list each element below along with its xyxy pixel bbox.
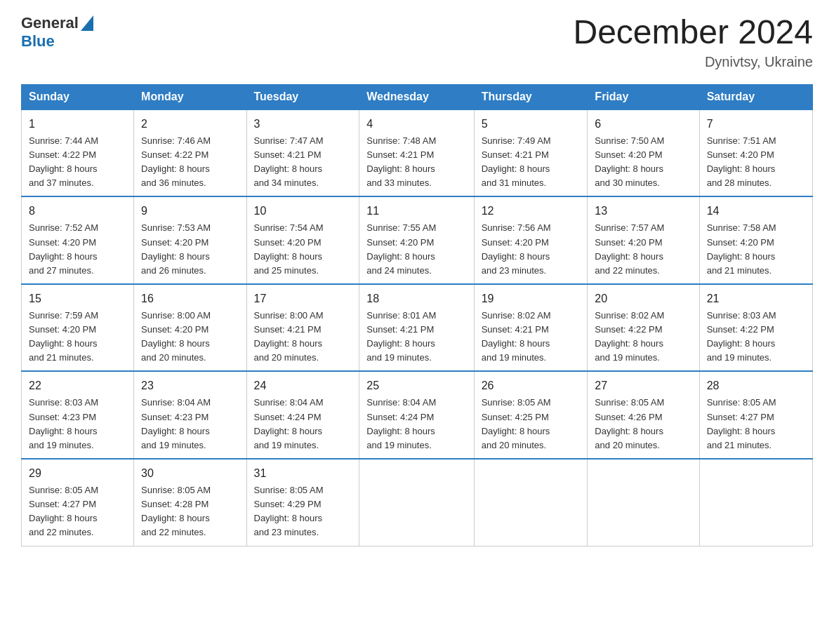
day-cell-23: 23Sunrise: 8:04 AMSunset: 4:23 PMDayligh… xyxy=(134,371,246,459)
week-row-4: 22Sunrise: 8:03 AMSunset: 4:23 PMDayligh… xyxy=(22,371,813,459)
day-number: 22 xyxy=(29,377,126,394)
day-number: 17 xyxy=(254,290,352,307)
weekday-header-row: SundayMondayTuesdayWednesdayThursdayFrid… xyxy=(22,84,813,109)
day-cell-22: 22Sunrise: 8:03 AMSunset: 4:23 PMDayligh… xyxy=(22,371,134,459)
day-cell-14: 14Sunrise: 7:58 AMSunset: 4:20 PMDayligh… xyxy=(699,196,812,284)
day-number: 30 xyxy=(141,465,239,482)
day-info: Sunrise: 7:46 AMSunset: 4:22 PMDaylight:… xyxy=(141,134,239,191)
day-info: Sunrise: 8:01 AMSunset: 4:21 PMDaylight:… xyxy=(366,309,466,365)
day-cell-11: 11Sunrise: 7:55 AMSunset: 4:20 PMDayligh… xyxy=(359,196,474,284)
day-cell-31: 31Sunrise: 8:05 AMSunset: 4:29 PMDayligh… xyxy=(246,459,359,546)
location-subtitle: Dynivtsy, Ukraine xyxy=(573,54,813,70)
day-info: Sunrise: 8:05 AMSunset: 4:29 PMDaylight:… xyxy=(254,483,352,540)
day-info: Sunrise: 8:05 AMSunset: 4:25 PMDaylight:… xyxy=(482,396,581,452)
day-cell-9: 9Sunrise: 7:53 AMSunset: 4:20 PMDaylight… xyxy=(134,196,246,284)
week-row-2: 8Sunrise: 7:52 AMSunset: 4:20 PMDaylight… xyxy=(22,196,813,284)
day-info: Sunrise: 7:56 AMSunset: 4:20 PMDaylight:… xyxy=(482,221,581,278)
title-section: December 2024 Dynivtsy, Ukraine xyxy=(573,14,813,70)
day-info: Sunrise: 7:44 AMSunset: 4:22 PMDaylight:… xyxy=(29,134,126,191)
day-number: 1 xyxy=(29,116,126,133)
week-row-1: 1Sunrise: 7:44 AMSunset: 4:22 PMDaylight… xyxy=(22,109,813,197)
logo-general-text: General xyxy=(21,14,79,32)
page-header: General Blue December 2024 Dynivtsy, Ukr… xyxy=(21,14,813,70)
day-number: 4 xyxy=(366,116,466,133)
day-info: Sunrise: 7:50 AMSunset: 4:20 PMDaylight:… xyxy=(595,134,691,191)
day-cell-24: 24Sunrise: 8:04 AMSunset: 4:24 PMDayligh… xyxy=(246,371,359,459)
day-cell-3: 3Sunrise: 7:47 AMSunset: 4:21 PMDaylight… xyxy=(246,109,359,197)
day-cell-26: 26Sunrise: 8:05 AMSunset: 4:25 PMDayligh… xyxy=(474,371,588,459)
day-cell-19: 19Sunrise: 8:02 AMSunset: 4:21 PMDayligh… xyxy=(474,284,588,372)
day-info: Sunrise: 7:52 AMSunset: 4:20 PMDaylight:… xyxy=(29,221,126,278)
day-cell-20: 20Sunrise: 8:02 AMSunset: 4:22 PMDayligh… xyxy=(588,284,699,372)
logo-blue-text: Blue xyxy=(21,32,93,51)
day-cell-6: 6Sunrise: 7:50 AMSunset: 4:20 PMDaylight… xyxy=(588,109,699,197)
weekday-header-sunday: Sunday xyxy=(22,84,134,109)
day-cell-17: 17Sunrise: 8:00 AMSunset: 4:21 PMDayligh… xyxy=(246,284,359,372)
day-number: 13 xyxy=(595,203,691,220)
day-number: 9 xyxy=(141,203,239,220)
day-info: Sunrise: 8:05 AMSunset: 4:27 PMDaylight:… xyxy=(707,396,805,452)
day-info: Sunrise: 8:02 AMSunset: 4:21 PMDaylight:… xyxy=(482,309,581,365)
day-info: Sunrise: 7:51 AMSunset: 4:20 PMDaylight:… xyxy=(707,134,805,191)
day-info: Sunrise: 8:03 AMSunset: 4:22 PMDaylight:… xyxy=(707,309,805,365)
day-number: 8 xyxy=(29,203,126,220)
day-number: 25 xyxy=(366,377,466,394)
day-info: Sunrise: 7:49 AMSunset: 4:21 PMDaylight:… xyxy=(482,134,581,191)
day-number: 16 xyxy=(141,290,239,307)
day-number: 23 xyxy=(141,377,239,394)
day-info: Sunrise: 7:54 AMSunset: 4:20 PMDaylight:… xyxy=(254,221,352,278)
day-number: 29 xyxy=(29,465,126,482)
day-number: 2 xyxy=(141,116,239,133)
day-number: 6 xyxy=(595,116,691,133)
weekday-header-monday: Monday xyxy=(134,84,246,109)
day-number: 21 xyxy=(707,290,805,307)
day-number: 20 xyxy=(595,290,691,307)
day-cell-13: 13Sunrise: 7:57 AMSunset: 4:20 PMDayligh… xyxy=(588,196,699,284)
day-cell-21: 21Sunrise: 8:03 AMSunset: 4:22 PMDayligh… xyxy=(699,284,812,372)
empty-cell xyxy=(359,459,474,546)
weekday-header-wednesday: Wednesday xyxy=(359,84,474,109)
day-cell-8: 8Sunrise: 7:52 AMSunset: 4:20 PMDaylight… xyxy=(22,196,134,284)
day-info: Sunrise: 7:55 AMSunset: 4:20 PMDaylight:… xyxy=(366,221,466,278)
day-cell-4: 4Sunrise: 7:48 AMSunset: 4:21 PMDaylight… xyxy=(359,109,474,197)
day-number: 19 xyxy=(482,290,581,307)
day-cell-12: 12Sunrise: 7:56 AMSunset: 4:20 PMDayligh… xyxy=(474,196,588,284)
day-info: Sunrise: 7:53 AMSunset: 4:20 PMDaylight:… xyxy=(141,221,239,278)
calendar-table: SundayMondayTuesdayWednesdayThursdayFrid… xyxy=(21,84,813,546)
day-info: Sunrise: 8:02 AMSunset: 4:22 PMDaylight:… xyxy=(595,309,691,365)
day-info: Sunrise: 8:03 AMSunset: 4:23 PMDaylight:… xyxy=(29,396,126,452)
day-number: 28 xyxy=(707,377,805,394)
day-cell-1: 1Sunrise: 7:44 AMSunset: 4:22 PMDaylight… xyxy=(22,109,134,197)
day-cell-25: 25Sunrise: 8:04 AMSunset: 4:24 PMDayligh… xyxy=(359,371,474,459)
weekday-header-tuesday: Tuesday xyxy=(246,84,359,109)
weekday-header-thursday: Thursday xyxy=(474,84,588,109)
day-cell-18: 18Sunrise: 8:01 AMSunset: 4:21 PMDayligh… xyxy=(359,284,474,372)
day-cell-10: 10Sunrise: 7:54 AMSunset: 4:20 PMDayligh… xyxy=(246,196,359,284)
day-cell-7: 7Sunrise: 7:51 AMSunset: 4:20 PMDaylight… xyxy=(699,109,812,197)
day-info: Sunrise: 7:57 AMSunset: 4:20 PMDaylight:… xyxy=(595,221,691,278)
day-info: Sunrise: 8:00 AMSunset: 4:20 PMDaylight:… xyxy=(141,309,239,365)
day-info: Sunrise: 7:59 AMSunset: 4:20 PMDaylight:… xyxy=(29,309,126,365)
empty-cell xyxy=(699,459,812,546)
empty-cell xyxy=(474,459,588,546)
day-number: 3 xyxy=(254,116,352,133)
day-number: 11 xyxy=(366,203,466,220)
day-number: 24 xyxy=(254,377,352,394)
day-number: 18 xyxy=(366,290,466,307)
day-info: Sunrise: 7:48 AMSunset: 4:21 PMDaylight:… xyxy=(366,134,466,191)
day-info: Sunrise: 8:05 AMSunset: 4:26 PMDaylight:… xyxy=(595,396,691,452)
day-info: Sunrise: 8:04 AMSunset: 4:23 PMDaylight:… xyxy=(141,396,239,452)
day-info: Sunrise: 8:05 AMSunset: 4:28 PMDaylight:… xyxy=(141,483,239,540)
day-info: Sunrise: 8:00 AMSunset: 4:21 PMDaylight:… xyxy=(254,309,352,365)
weekday-header-saturday: Saturday xyxy=(699,84,812,109)
day-info: Sunrise: 8:04 AMSunset: 4:24 PMDaylight:… xyxy=(254,396,352,452)
day-cell-2: 2Sunrise: 7:46 AMSunset: 4:22 PMDaylight… xyxy=(134,109,246,197)
day-number: 7 xyxy=(707,116,805,133)
day-number: 5 xyxy=(482,116,581,133)
month-title: December 2024 xyxy=(573,14,813,51)
day-number: 14 xyxy=(707,203,805,220)
day-cell-28: 28Sunrise: 8:05 AMSunset: 4:27 PMDayligh… xyxy=(699,371,812,459)
empty-cell xyxy=(588,459,699,546)
day-cell-30: 30Sunrise: 8:05 AMSunset: 4:28 PMDayligh… xyxy=(134,459,246,546)
day-info: Sunrise: 8:04 AMSunset: 4:24 PMDaylight:… xyxy=(366,396,466,452)
